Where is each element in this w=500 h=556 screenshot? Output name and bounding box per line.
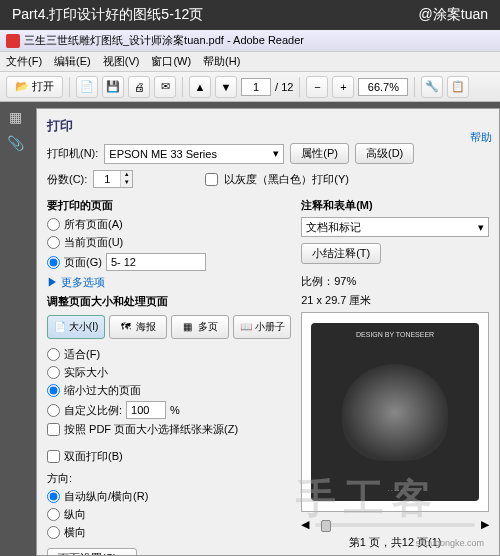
menu-help[interactable]: 帮助(H) — [203, 54, 240, 69]
size-header: 调整页面大小和处理页面 — [47, 294, 291, 309]
scale-label: 比例：97% — [301, 274, 489, 289]
pdf-size-checkbox[interactable] — [47, 423, 60, 436]
attachment-icon[interactable]: 📎 — [6, 134, 24, 152]
dialog-title: 打印 — [47, 117, 489, 135]
duplex-checkbox[interactable] — [47, 450, 60, 463]
printer-label: 打印机(N): — [47, 146, 98, 161]
window-title: 三生三世纸雕灯图纸_设计师涂案tuan.pdf - Adobe Reader — [24, 33, 304, 48]
pdf-icon — [6, 34, 20, 48]
custom-scale-radio[interactable] — [47, 404, 60, 417]
menu-file[interactable]: 文件(F) — [6, 54, 42, 69]
prev-page-icon[interactable]: ◀ — [301, 518, 309, 531]
toolbar: 📂 打开 📄 💾 🖨 ✉ ▲ ▼ / 12 − + 🔧 📋 — [0, 72, 500, 102]
menu-edit[interactable]: 编辑(E) — [54, 54, 91, 69]
mail-icon[interactable]: ✉ — [154, 76, 176, 98]
orientation-label: 方向: — [47, 471, 291, 486]
watermark-site: shougongke.com — [415, 538, 484, 548]
all-pages-radio[interactable] — [47, 218, 60, 231]
tab-poster[interactable]: 🗺海报 — [109, 315, 167, 339]
tool2-icon[interactable]: 📋 — [447, 76, 469, 98]
page-total: / 12 — [275, 81, 293, 93]
next-page-icon[interactable]: ▶ — [481, 518, 489, 531]
tab-size[interactable]: 📄大小(I) — [47, 315, 105, 339]
save-icon[interactable]: 💾 — [102, 76, 124, 98]
actual-radio[interactable] — [47, 366, 60, 379]
sidebar: ▦ 📎 — [0, 102, 30, 556]
create-pdf-icon[interactable]: 📄 — [76, 76, 98, 98]
booklet-icon: 📖 — [240, 321, 252, 333]
shrink-radio[interactable] — [47, 384, 60, 397]
pages-input[interactable] — [106, 253, 206, 271]
tab-multiple[interactable]: ▦多页 — [171, 315, 229, 339]
fit-radio[interactable] — [47, 348, 60, 361]
tutorial-banner: Part4.打印设计好的图纸5-12页 @涂案tuan — [0, 0, 500, 30]
copies-spinner[interactable]: ▲▼ — [93, 170, 133, 188]
menu-window[interactable]: 窗口(W) — [151, 54, 191, 69]
help-link[interactable]: 帮助 — [470, 130, 492, 145]
pages-radio[interactable] — [47, 256, 60, 269]
zoom-out-icon[interactable]: − — [306, 76, 328, 98]
thumbnails-icon[interactable]: ▦ — [6, 108, 24, 126]
menu-bar: 文件(F) 编辑(E) 视图(V) 窗口(W) 帮助(H) — [0, 52, 500, 72]
portrait-radio[interactable] — [47, 508, 60, 521]
paper-size: 21 x 29.7 厘米 — [301, 293, 489, 308]
current-page-radio[interactable] — [47, 236, 60, 249]
menu-view[interactable]: 视图(V) — [103, 54, 140, 69]
print-preview: DESIGN BY TONESEER · · · · · — [301, 312, 489, 512]
zoom-in-icon[interactable]: + — [332, 76, 354, 98]
tool1-icon[interactable]: 🔧 — [421, 76, 443, 98]
chevron-down-icon: ▾ — [478, 221, 484, 234]
print-dialog: 打印 打印机(N): EPSON ME 33 Series▾ 属性(P) 高级(… — [36, 108, 500, 556]
range-header: 要打印的页面 — [47, 198, 291, 213]
page-up-icon[interactable]: ▲ — [189, 76, 211, 98]
more-options-link[interactable]: ▶ 更多选项 — [47, 275, 291, 290]
grayscale-checkbox[interactable] — [205, 173, 218, 186]
comments-header: 注释和表单(M) — [301, 198, 489, 213]
window-titlebar: 三生三世纸雕灯图纸_设计师涂案tuan.pdf - Adobe Reader — [0, 30, 500, 52]
landscape-radio[interactable] — [47, 526, 60, 539]
printer-dropdown[interactable]: EPSON ME 33 Series▾ — [104, 144, 284, 164]
page-setup-button[interactable]: 页面设置(S)... — [47, 548, 137, 556]
advanced-button[interactable]: 高级(D) — [355, 143, 414, 164]
preview-artwork — [342, 364, 448, 461]
copies-label: 份数(C): — [47, 172, 87, 187]
page-slider[interactable] — [315, 523, 475, 527]
zoom-input[interactable] — [358, 78, 408, 96]
banner-author: @涂案tuan — [419, 6, 488, 24]
banner-title: Part4.打印设计好的图纸5-12页 — [12, 6, 203, 24]
grayscale-label: 以灰度（黑白色）打印(Y) — [224, 172, 349, 187]
tab-booklet[interactable]: 📖小册子 — [233, 315, 291, 339]
page-down-icon[interactable]: ▼ — [215, 76, 237, 98]
open-button[interactable]: 📂 打开 — [6, 76, 63, 98]
print-icon[interactable]: 🖨 — [128, 76, 150, 98]
auto-orient-radio[interactable] — [47, 490, 60, 503]
chevron-down-icon: ▾ — [273, 147, 279, 160]
properties-button[interactable]: 属性(P) — [290, 143, 349, 164]
custom-scale-input[interactable] — [126, 401, 166, 419]
page-number-input[interactable] — [241, 78, 271, 96]
comments-dropdown[interactable]: 文档和标记▾ — [301, 217, 489, 237]
poster-icon: 🗺 — [121, 321, 133, 333]
summarize-button[interactable]: 小结注释(T) — [301, 243, 381, 264]
size-icon: 📄 — [54, 321, 66, 333]
multiple-icon: ▦ — [183, 321, 195, 333]
